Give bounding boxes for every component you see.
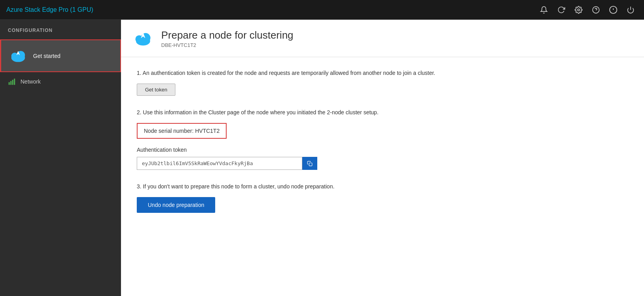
sidebar-item-label: Get started [33, 53, 60, 59]
step-3-text: 3. If you don't want to prepare this nod… [137, 182, 628, 191]
step-2-text: 2. Use this information in the Cluster p… [137, 108, 628, 117]
step-2-number: 2. [137, 109, 141, 115]
bell-icon-button[interactable] [537, 3, 551, 17]
cloud-icon [8, 45, 28, 67]
sidebar-section-label: CONFIGURATION [0, 28, 121, 39]
sidebar-item-label: Network [20, 78, 41, 85]
copy-token-button[interactable] [302, 157, 317, 170]
content-header-text: Prepare a node for clustering DBE-HVTC1T… [161, 29, 293, 48]
sidebar-item-get-started[interactable]: Get started [0, 39, 121, 72]
svg-rect-10 [10, 81, 11, 85]
step-2: 2. Use this information in the Cluster p… [137, 108, 628, 170]
token-input[interactable] [137, 157, 302, 170]
content-header: Prepare a node for clustering DBE-HVTC1T… [121, 20, 644, 57]
svg-rect-12 [14, 79, 15, 85]
content-header-icon [133, 28, 153, 50]
svg-rect-11 [12, 80, 13, 85]
svg-rect-9 [9, 82, 10, 85]
power-icon-button[interactable] [624, 3, 638, 17]
step-1-description: An authentication token is created for t… [143, 70, 435, 76]
main-layout: CONFIGURATION Get started [0, 20, 644, 296]
step-1-text: 1. An authentication token is created fo… [137, 69, 628, 77]
header-icons [537, 3, 638, 17]
settings-icon-button[interactable] [571, 3, 586, 17]
step-1: 1. An authentication token is created fo… [137, 69, 628, 96]
undo-node-preparation-button[interactable]: Undo node preparation [137, 197, 215, 213]
content-body: 1. An authentication token is created fo… [121, 57, 644, 296]
step-3-number: 3. [137, 183, 141, 190]
sidebar-item-network[interactable]: Network [0, 72, 121, 91]
step-3: 3. If you don't want to prepare this nod… [137, 182, 628, 213]
app-title: Azure Stack Edge Pro (1 GPU) [6, 6, 93, 13]
step-2-description: Use this information in the Cluster page… [143, 109, 379, 115]
get-token-button[interactable]: Get token [137, 84, 175, 96]
svg-rect-17 [309, 163, 312, 166]
auth-token-label: Authentication token [137, 147, 628, 153]
token-row [137, 157, 628, 170]
step-1-number: 1. [137, 70, 141, 76]
step-3-description: If you don't want to prepare this node t… [143, 183, 335, 190]
network-icon [8, 78, 16, 86]
content-area: Prepare a node for clustering DBE-HVTC1T… [121, 20, 644, 296]
sidebar: CONFIGURATION Get started [0, 20, 121, 296]
refresh-icon-button[interactable] [554, 3, 568, 17]
user-icon-button[interactable] [606, 3, 620, 17]
serial-number-box: Node serial number: HVTC1T2 [137, 123, 227, 139]
content-title: Prepare a node for clustering [161, 29, 293, 41]
svg-point-0 [578, 9, 580, 11]
help-icon-button[interactable] [589, 3, 603, 17]
content-subtitle: DBE-HVTC1T2 [161, 42, 293, 48]
app-header: Azure Stack Edge Pro (1 GPU) [0, 0, 644, 20]
